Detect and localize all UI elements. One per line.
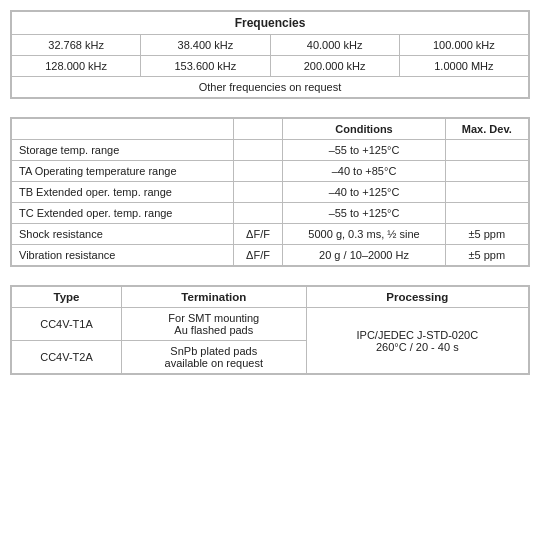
freq-cell: 153.600 kHz — [141, 56, 270, 77]
condition-label: TC Extended oper. temp. range — [12, 203, 234, 224]
freq-cell: 100.000 kHz — [399, 35, 528, 56]
frequencies-title: Frequencies — [12, 12, 529, 35]
frequencies-section: Frequencies 32.768 kHz38.400 kHz40.000 k… — [10, 10, 530, 99]
condition-label: Storage temp. range — [12, 140, 234, 161]
condition-delta: ΔF/F — [233, 245, 283, 266]
condition-delta — [233, 203, 283, 224]
condition-delta — [233, 140, 283, 161]
conditions-maxdev-header: Max. Dev. — [445, 119, 528, 140]
condition-label: Shock resistance — [12, 224, 234, 245]
conditions-section: Conditions Max. Dev. Storage temp. range… — [10, 117, 530, 267]
condition-maxdev — [445, 182, 528, 203]
freq-cell: 1.0000 MHz — [399, 56, 528, 77]
type-col-header: Type — [12, 287, 122, 308]
condition-value: 5000 g, 0.3 ms, ½ sine — [283, 224, 445, 245]
termination-value: SnPb plated padsavailable on request — [121, 341, 306, 374]
condition-label: TB Extended oper. temp. range — [12, 182, 234, 203]
freq-cell: 40.000 kHz — [270, 35, 399, 56]
condition-maxdev: ±5 ppm — [445, 245, 528, 266]
processing-value: IPC/JEDEC J-STD-020C260°C / 20 - 40 s — [306, 308, 528, 374]
type-value: CC4V-T1A — [12, 308, 122, 341]
conditions-table: Conditions Max. Dev. Storage temp. range… — [11, 118, 529, 266]
condition-delta — [233, 182, 283, 203]
condition-value: –40 to +85°C — [283, 161, 445, 182]
frequencies-note: Other frequencies on request — [12, 77, 529, 98]
conditions-col-header: Conditions — [283, 119, 445, 140]
freq-cell: 32.768 kHz — [12, 35, 141, 56]
condition-maxdev — [445, 161, 528, 182]
freq-cell: 200.000 kHz — [270, 56, 399, 77]
condition-maxdev — [445, 140, 528, 161]
condition-value: –40 to +125°C — [283, 182, 445, 203]
condition-maxdev: ±5 ppm — [445, 224, 528, 245]
condition-value: –55 to +125°C — [283, 203, 445, 224]
condition-delta — [233, 161, 283, 182]
condition-value: 20 g / 10–2000 Hz — [283, 245, 445, 266]
type-value: CC4V-T2A — [12, 341, 122, 374]
condition-delta: ΔF/F — [233, 224, 283, 245]
table-row: CC4V-T1AFor SMT mountingAu flashed padsI… — [12, 308, 529, 341]
termination-value: For SMT mountingAu flashed pads — [121, 308, 306, 341]
condition-maxdev — [445, 203, 528, 224]
processing-col-header: Processing — [306, 287, 528, 308]
condition-value: –55 to +125°C — [283, 140, 445, 161]
termination-col-header: Termination — [121, 287, 306, 308]
freq-cell: 38.400 kHz — [141, 35, 270, 56]
conditions-label-header — [12, 119, 234, 140]
condition-label: Vibration resistance — [12, 245, 234, 266]
frequencies-table: Frequencies 32.768 kHz38.400 kHz40.000 k… — [11, 11, 529, 98]
freq-cell: 128.000 kHz — [12, 56, 141, 77]
condition-label: TA Operating temperature range — [12, 161, 234, 182]
types-table: Type Termination Processing CC4V-T1AFor … — [11, 286, 529, 374]
conditions-delta-header — [233, 119, 283, 140]
types-section: Type Termination Processing CC4V-T1AFor … — [10, 285, 530, 375]
